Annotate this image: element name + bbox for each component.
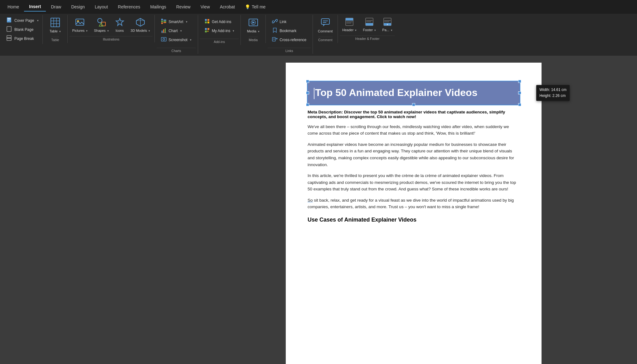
table-group: Table ▾ Table: [43, 15, 68, 43]
document-page[interactable]: Top 50 Animated Explainer Videos Width: …: [286, 63, 542, 364]
tab-home[interactable]: Home: [2, 2, 24, 11]
tab-draw[interactable]: Draw: [46, 2, 66, 11]
svg-rect-32: [161, 37, 166, 41]
svg-rect-13: [76, 19, 84, 25]
pictures-dropdown-icon: ▾: [86, 29, 88, 32]
document-area: Top 50 Animated Explainer Videos Width: …: [190, 56, 637, 364]
svg-marker-44: [252, 21, 255, 24]
get-addins-button[interactable]: Get Add-ins: [202, 17, 237, 26]
charts-group-label: Charts: [157, 48, 196, 53]
tab-review[interactable]: Review: [171, 2, 196, 11]
chart-label: Chart: [168, 29, 177, 33]
footer-label: Footer ▾: [363, 28, 376, 32]
document-title[interactable]: Top 50 Animated Explainer Videos: [314, 87, 513, 99]
resize-handle-right[interactable]: [518, 91, 521, 94]
tab-insert[interactable]: Insert: [24, 2, 46, 12]
tab-mailings[interactable]: Mailings: [145, 2, 171, 11]
table-icon: [50, 17, 60, 29]
svg-rect-58: [366, 23, 373, 26]
page-number-label: Pa... ▾: [382, 28, 392, 32]
tab-design[interactable]: Design: [66, 2, 90, 11]
svg-rect-26: [163, 21, 166, 22]
tab-layout[interactable]: Layout: [90, 2, 113, 11]
charts-group: SmartArt ▾ Chart ▾: [155, 15, 198, 54]
svg-text:#: #: [387, 23, 388, 26]
media-label: Media ▾: [247, 29, 260, 33]
svg-rect-24: [161, 22, 163, 24]
cross-reference-button[interactable]: Cross-reference: [270, 36, 309, 44]
resize-handle-mb[interactable]: [412, 103, 415, 106]
get-addins-icon: [204, 18, 210, 25]
svg-point-33: [163, 38, 165, 40]
footer-button[interactable]: Footer ▾: [360, 16, 378, 33]
tab-bar: Home Insert Draw Design Layout Reference…: [0, 0, 637, 14]
page-break-button[interactable]: Page Break: [4, 34, 41, 43]
3d-models-button[interactable]: 3D Models ▾: [128, 16, 153, 34]
main-area: Top 50 Animated Explainer Videos Width: …: [0, 56, 637, 364]
cover-page-icon: [6, 17, 12, 24]
illustrations-group: Pictures ▾ Shapes ▾: [68, 15, 155, 42]
tab-tell-me[interactable]: 💡 Tell me: [240, 2, 270, 11]
resize-handle-ml[interactable]: [306, 91, 309, 94]
blank-page-button[interactable]: Blank Page: [4, 25, 41, 34]
pictures-button[interactable]: Pictures ▾: [70, 16, 90, 34]
chart-button[interactable]: Chart ▾: [158, 26, 194, 35]
icons-label: Icons: [115, 29, 124, 32]
page-break-icon: [6, 35, 12, 42]
media-button[interactable]: Media ▾: [245, 16, 262, 34]
bookmark-label: Bookmark: [280, 29, 296, 33]
icons-button[interactable]: Icons: [113, 16, 127, 34]
size-tooltip: Width: 14.61 cm Height: 2.26 cm: [536, 85, 570, 101]
resize-handle-bl[interactable]: [306, 103, 309, 106]
cross-reference-label: Cross-reference: [280, 38, 306, 42]
paragraph-4: So sit back, relax, and get ready for a …: [308, 197, 520, 210]
table-button[interactable]: Table ▾: [47, 16, 63, 34]
resize-handle-corner[interactable]: [518, 103, 521, 106]
header-button[interactable]: Header ▾: [340, 16, 359, 33]
svg-rect-35: [207, 19, 209, 21]
header-footer-group-label: Header & Footer: [340, 36, 395, 41]
resize-handle-tr[interactable]: [518, 80, 521, 83]
bookmark-icon: [272, 27, 278, 34]
so-link[interactable]: So: [308, 198, 313, 203]
tab-references[interactable]: References: [113, 2, 145, 11]
link-icon: [272, 18, 278, 25]
my-addins-button[interactable]: My Add-ins ▾: [202, 26, 237, 35]
addins-group-label: Add-ins: [200, 39, 239, 44]
svg-rect-46: [272, 37, 275, 41]
link-button[interactable]: Link: [270, 17, 309, 26]
text-cursor: [314, 88, 314, 99]
tooltip-height: Height: 2.26 cm: [539, 93, 566, 99]
footer-dropdown-icon: ▾: [374, 29, 376, 32]
pictures-icon: [75, 17, 85, 28]
my-addins-dropdown-icon: ▾: [233, 29, 234, 32]
header-label: Header ▾: [342, 28, 357, 32]
svg-rect-36: [205, 22, 207, 23]
illustrations-group-label: Illustrations: [70, 36, 153, 41]
cover-page-button[interactable]: Cover Page ▾: [4, 16, 41, 25]
svg-rect-54: [346, 18, 353, 21]
header-dropdown-icon: ▾: [355, 29, 357, 32]
svg-rect-49: [321, 19, 329, 24]
tab-acrobat[interactable]: Acrobat: [215, 2, 240, 11]
header-icon: [345, 17, 354, 27]
page-number-icon: #: [383, 17, 392, 27]
3d-models-dropdown-icon: ▾: [148, 29, 150, 32]
svg-point-15: [98, 18, 102, 23]
smartart-label: SmartArt: [168, 20, 183, 24]
comments-group-label: Comment: [318, 37, 333, 42]
svg-rect-37: [207, 22, 209, 23]
header-footer-group: Header ▾ Footer: [338, 15, 397, 42]
comment-button[interactable]: Comment: [315, 16, 335, 34]
page-number-button[interactable]: # Pa... ▾: [380, 16, 395, 33]
resize-handle-tl[interactable]: [306, 80, 309, 83]
document-title-wrapper[interactable]: Top 50 Animated Explainer Videos Width: …: [308, 81, 520, 105]
smartart-button[interactable]: SmartArt ▾: [158, 17, 194, 26]
screenshot-button[interactable]: Screenshot ▾: [158, 36, 194, 44]
3d-models-icon: [136, 17, 145, 28]
svg-line-45: [274, 20, 276, 22]
tab-view[interactable]: View: [196, 2, 215, 11]
paragraph-1: We've all been there – scrolling through…: [308, 123, 520, 137]
shapes-button[interactable]: Shapes ▾: [91, 16, 111, 34]
bookmark-button[interactable]: Bookmark: [270, 26, 309, 35]
